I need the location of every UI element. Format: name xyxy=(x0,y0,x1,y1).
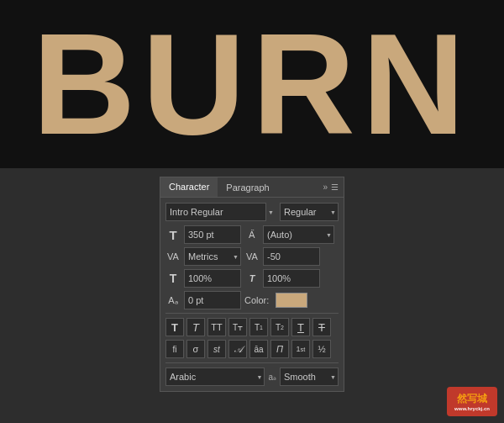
strikethrough-button[interactable]: T xyxy=(312,318,331,336)
leading-wrap: (Auto) xyxy=(263,225,334,244)
underline-button[interactable]: T xyxy=(291,318,310,336)
panel-body: Intro Regular Regular T A̋ (Aut xyxy=(160,198,344,391)
font-size-input[interactable] xyxy=(184,225,241,244)
bottom-row: Arabic aₐ Smooth xyxy=(165,362,339,386)
subscript-button[interactable]: T2 xyxy=(270,318,289,336)
kerning-tracking-row: VA Metrics VA xyxy=(165,247,339,266)
kerning-icon: VA xyxy=(165,251,181,262)
panel-tabs: Character Paragraph » ☰ xyxy=(160,177,344,198)
tracking-input[interactable] xyxy=(263,247,320,266)
baseline-input[interactable] xyxy=(184,291,241,309)
font-style-select[interactable]: Regular xyxy=(280,203,339,221)
color-swatch[interactable] xyxy=(276,293,307,308)
all-caps-button[interactable]: TT xyxy=(207,318,226,336)
font-row: Intro Regular Regular xyxy=(165,203,339,221)
character-panel: Character Paragraph » ☰ Intro Regular xyxy=(160,177,344,392)
double-arrow-icon: » xyxy=(323,182,328,192)
scale-row: T T xyxy=(165,269,339,288)
faux-italic-button[interactable]: T xyxy=(186,318,205,336)
kerning-select[interactable]: Metrics xyxy=(184,247,241,266)
antialias-select[interactable]: Smooth xyxy=(280,367,339,386)
opentype-row: fi σ st 𝒜 āa Π 1st ½ xyxy=(165,340,339,358)
baseline-icon: Aₐ xyxy=(165,295,181,306)
oldstyle-button[interactable]: āa xyxy=(249,340,268,358)
baseline-color-row: Aₐ Color: xyxy=(165,291,339,309)
antialias-label: aₐ xyxy=(268,373,276,382)
horizontal-scale-icon: T xyxy=(244,273,260,283)
superscript-button[interactable]: T1 xyxy=(249,318,268,336)
bottom-panel: Character Paragraph » ☰ Intro Regular xyxy=(0,168,504,423)
color-label: Color: xyxy=(244,295,269,305)
canvas-text: BURN xyxy=(32,13,471,156)
faux-bold-button[interactable]: T xyxy=(165,318,184,336)
swash-button[interactable]: 𝒜 xyxy=(228,340,247,358)
discretionary-button[interactable]: st xyxy=(207,340,226,358)
font-style-wrap: Regular xyxy=(280,203,339,221)
font-family-select[interactable]: Intro Regular xyxy=(165,203,266,221)
kerning-wrap: Metrics xyxy=(184,247,241,266)
language-wrap: Arabic xyxy=(165,367,265,386)
tab-paragraph[interactable]: Paragraph xyxy=(218,177,277,197)
contextual-button[interactable]: σ xyxy=(186,340,205,358)
fractions-button[interactable]: ½ xyxy=(312,340,331,358)
leading-select[interactable]: (Auto) xyxy=(263,225,334,244)
ornaments-button[interactable]: Π xyxy=(270,340,289,358)
tab-character[interactable]: Character xyxy=(160,177,218,197)
vertical-scale-input[interactable] xyxy=(184,269,241,288)
font-size-icon: T xyxy=(165,228,181,242)
antialias-wrap: Smooth xyxy=(280,367,339,386)
horizontal-scale-input[interactable] xyxy=(263,269,320,288)
watermark-url: www.hryckj.cn xyxy=(454,406,490,411)
font-family-wrap: Intro Regular xyxy=(165,203,276,221)
vertical-scale-icon: T xyxy=(165,272,181,285)
ordinals-button[interactable]: 1st xyxy=(291,340,310,358)
language-select[interactable]: Arabic xyxy=(165,367,265,386)
watermark: 然写城 www.hryckj.cn xyxy=(447,387,497,416)
small-caps-button[interactable]: Tᴛ xyxy=(228,318,247,336)
tracking-icon: VA xyxy=(244,251,260,262)
canvas-area: BURN xyxy=(0,0,504,168)
size-leading-row: T A̋ (Auto) xyxy=(165,225,339,244)
panel-tab-icons: » ☰ xyxy=(323,182,344,192)
ligatures-button[interactable]: fi xyxy=(165,340,184,358)
watermark-brand: 然写城 xyxy=(457,392,487,406)
typo-buttons-row: T T TT Tᴛ T1 T2 T T xyxy=(165,313,339,336)
menu-icon: ☰ xyxy=(331,182,339,192)
leading-icon: A̋ xyxy=(244,230,260,241)
